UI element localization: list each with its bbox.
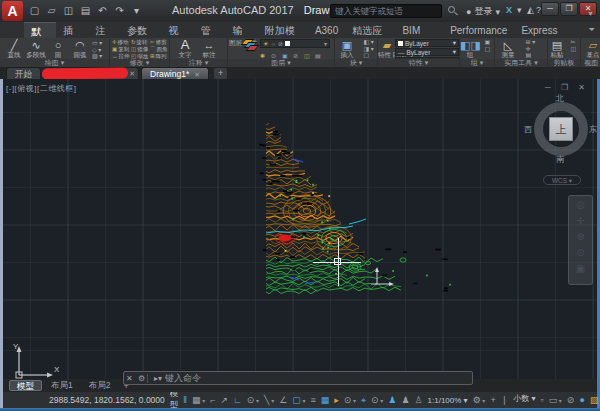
viewport-controls[interactable]: [-][俯视][二维线框]	[6, 83, 77, 94]
sign-in-button[interactable]: ● 登录 ▾	[466, 5, 500, 18]
arc-tool-button[interactable]: ◠圆弧	[69, 39, 91, 58]
selection-cycling-icon[interactable]: ▸	[334, 393, 339, 408]
annotation-scale[interactable]: 1:1/100% ▾	[428, 396, 468, 405]
modify-tool-镜像[interactable]: ◫镜像	[131, 46, 150, 53]
ribbon-tab-7[interactable]: 输出	[226, 22, 258, 38]
panel-label-layers[interactable]: 图层 ▾	[228, 59, 334, 67]
navigation-bar[interactable]: ◎✛⊗⊙▣	[568, 195, 593, 285]
ribbon-tab-6[interactable]: 管理	[194, 22, 226, 38]
app-store-icon[interactable]: ◭	[527, 5, 534, 15]
viewcube-east[interactable]: 东	[589, 124, 597, 135]
annotation-scale-people-icon[interactable]: ♙	[415, 393, 423, 408]
modify-tool-圆角[interactable]: ⌒圆角	[150, 46, 169, 53]
search-input[interactable]: 键入关键字或短语	[330, 4, 442, 18]
file-tab-drawing1[interactable]: Drawing1*✕	[141, 67, 209, 79]
osnap-tracking-icon[interactable]: ∠	[279, 393, 287, 408]
text-tool-button[interactable]: A文字	[173, 39, 197, 58]
lock-ui-icon[interactable]: ▭ ▾	[549, 393, 562, 408]
open-file-icon[interactable]: ▱	[45, 3, 58, 18]
wcs-dropdown[interactable]: WCS ▾	[543, 175, 581, 185]
exchange-apps-icon[interactable]: X	[506, 5, 512, 15]
ribbon-tab-11[interactable]: BIM 360	[395, 22, 443, 38]
new-file-icon[interactable]: ▢	[28, 3, 41, 18]
drawing-canvas[interactable]: [-][俯视][二维线框] ─ ❐ ✕ 北 南 西 东 上 WCS ▾ ◎✛⊗⊙…	[0, 79, 600, 392]
close-icon[interactable]: ✕	[194, 71, 200, 78]
layout-tab-模型[interactable]: 模型	[9, 380, 42, 391]
ribbon-tab-13[interactable]: Express Tools	[514, 22, 584, 38]
polar-tracking-icon[interactable]: ⊙ ▾	[247, 393, 259, 408]
paste-button[interactable]: ▤ 粘贴	[548, 39, 566, 58]
modify-tool-修剪[interactable]: ✂修剪	[150, 39, 169, 46]
group-button[interactable]: ◧◨ 组	[460, 39, 480, 58]
qat-dropdown-icon[interactable]: ▾	[130, 3, 143, 18]
panel-label-block[interactable]: 块 ▾	[335, 59, 377, 67]
navbar-tool-icon-1[interactable]: ◎	[576, 198, 585, 211]
autoscale-icon[interactable]: ♟	[401, 393, 409, 408]
panel-label-view[interactable]: 视图 ▾	[581, 59, 600, 67]
dynamic-ucs-icon[interactable]: ⌖	[361, 393, 366, 408]
new-tab-button[interactable]: +	[214, 68, 227, 79]
clipboard-extra-tools[interactable]: ✂◫	[570, 39, 576, 52]
annotation-visibility-icon[interactable]: ♟	[388, 393, 396, 408]
search-icon[interactable]	[448, 6, 455, 13]
panel-label-utilities[interactable]: 实用工具 ▾	[495, 59, 547, 67]
layer-properties-button[interactable]: 图层 特性	[228, 39, 258, 46]
osnap-icon[interactable]: ▢ ▾	[292, 393, 305, 408]
ribbon-tab-10[interactable]: 精选应用	[345, 22, 395, 38]
panel-label-group[interactable]: 组 ▾	[460, 59, 494, 67]
navbar-tool-icon-2[interactable]: ✛	[576, 214, 584, 227]
lineweight-dropdown[interactable]: —ByLayer▾	[395, 48, 459, 56]
maximize-button[interactable]: ❐	[560, 2, 578, 16]
workspace-gear-icon[interactable]: ⚙ ▾	[473, 393, 486, 408]
utilities-extra-tools[interactable]: ⊞ ▾✛▤	[525, 39, 535, 59]
navbar-tool-icon-3[interactable]: ⊗	[576, 230, 584, 243]
autocad-logo-icon[interactable]: A	[2, 1, 23, 21]
infer-constraints-icon[interactable]: ⌐	[210, 393, 215, 408]
isometric-icon[interactable]: ╲ ▾	[264, 393, 274, 408]
separator-icon[interactable]: ❘	[501, 393, 509, 408]
annotation-monitor-icon[interactable]: +	[490, 393, 495, 408]
base-point-button[interactable]: ▱ 基点	[581, 39, 600, 58]
ribbon-tab-9[interactable]: A360	[308, 22, 345, 38]
command-line-controls[interactable]: ✕ ⚙	[124, 374, 148, 383]
wrench-icon[interactable]: ⚙	[138, 374, 145, 383]
ribbon-tab-12[interactable]: Performance	[443, 22, 514, 38]
block-extra-tools[interactable]: ◧ ▾◨ ▾▢	[363, 39, 373, 59]
panel-label-draw[interactable]: 绘图 ▾	[0, 59, 109, 67]
ortho-icon[interactable]: ∟	[233, 393, 242, 408]
panel-label-annotation[interactable]: 注释 ▾	[170, 59, 227, 67]
minimize-button[interactable]: ─	[541, 2, 559, 16]
selection-filter-icon[interactable]: ⊙ ▾	[371, 393, 383, 408]
ribbon-tab-1[interactable]: 默认	[24, 22, 56, 38]
modify-tool-移动[interactable]: ✛移动	[112, 39, 131, 46]
ribbon-tab-5[interactable]: 视图	[161, 22, 193, 38]
document-window-controls[interactable]: ─ ❐ ✕	[545, 83, 589, 92]
color-dropdown[interactable]: ByLayer▾	[395, 39, 459, 47]
navbar-tool-icon-4[interactable]: ⊙	[576, 246, 584, 259]
ribbon-tab-8[interactable]: 附加模块	[258, 22, 308, 38]
modify-tool-复制[interactable]: ▣复制	[112, 46, 131, 53]
ribbon-tab-4[interactable]: 参数化	[120, 22, 161, 38]
redo-icon[interactable]: ↷	[113, 3, 126, 18]
insert-block-button[interactable]: ▣ 插入	[335, 39, 359, 58]
panel-label-clipboard[interactable]: 剪贴板	[548, 59, 580, 67]
save-icon[interactable]: ◫	[62, 3, 75, 18]
viewcube-top-face[interactable]: 上	[549, 117, 573, 141]
polyline-tool-button[interactable]: ∿多段线	[25, 39, 47, 58]
file-tab-start[interactable]: 开始	[6, 67, 41, 79]
draw-extra-tools[interactable]: ▭ ▾◇ ▾▨ ▾	[92, 40, 102, 60]
layout-tab-布局2[interactable]: 布局2	[82, 380, 118, 391]
modify-tool-旋转[interactable]: ↻旋转	[131, 39, 150, 46]
command-input[interactable]: 键入命令	[165, 372, 201, 385]
ribbon-collapse-icon[interactable]: ▾ ⏷	[589, 6, 600, 38]
hardware-accel-icon[interactable]: ▨	[590, 393, 599, 408]
quick-properties-icon[interactable]: ▫	[540, 393, 543, 408]
plot-icon[interactable]: ▤	[79, 3, 92, 18]
file-tab-redacted[interactable]: ✕	[43, 67, 139, 79]
isolate-objects-icon[interactable]: ⊘	[567, 393, 575, 408]
match-properties-button[interactable]: ▰ 特性 匹配	[378, 39, 396, 58]
ribbon-tab-2[interactable]: 插入	[56, 22, 88, 38]
graphics-performance-icon[interactable]: ●	[579, 393, 584, 408]
lineweight-icon[interactable]: ≡	[310, 393, 315, 408]
circle-tool-button[interactable]: ○圆	[47, 39, 69, 58]
